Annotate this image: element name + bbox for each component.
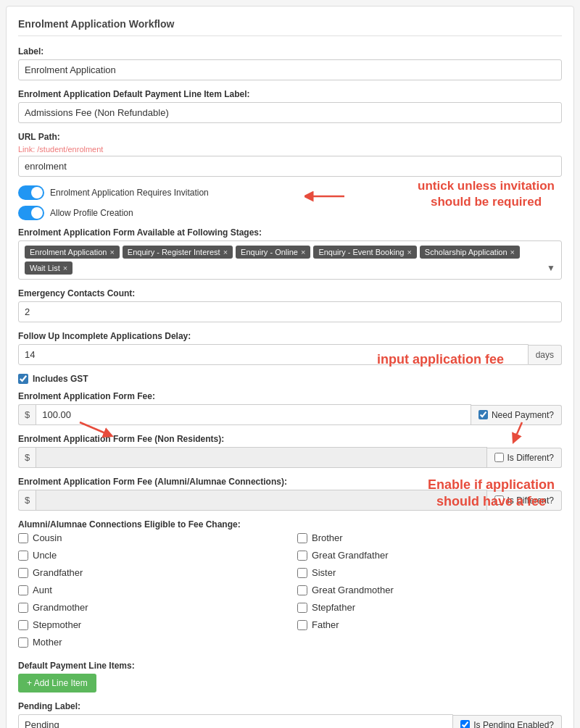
brother-checkbox[interactable]	[297, 533, 307, 543]
need-payment-label: Need Payment?	[492, 410, 554, 420]
label-group: Label:	[18, 46, 562, 80]
fee-row: $ Need Payment?	[18, 404, 562, 425]
fee-dollar-prefix: $	[18, 404, 36, 425]
emergency-contacts-input[interactable]	[18, 301, 562, 322]
cousin-label: Cousin	[33, 532, 62, 543]
uncle-checkbox[interactable]	[18, 551, 28, 561]
is-pending-enabled-btn[interactable]: Is Pending Enabled?	[453, 715, 562, 729]
fee-nonresident-input[interactable]	[36, 447, 486, 468]
add-line-item-button[interactable]: + Add Line Item	[18, 674, 96, 693]
emergency-contacts-group: Emergency Contacts Count:	[18, 288, 562, 322]
is-different-btn1[interactable]: Is Different?	[487, 448, 562, 468]
alumni-eligible-label: Alumni/Alumnae Connections Eligible to F…	[18, 519, 562, 530]
fee-nonresident-group: Enrolment Application Form Fee (Non Resi…	[18, 434, 562, 468]
checkbox-grandfather: Grandfather	[18, 567, 283, 578]
default-payment-input[interactable]	[18, 102, 562, 123]
need-payment-checkbox[interactable]	[478, 410, 488, 419]
mother-checkbox[interactable]	[18, 637, 28, 648]
alumni-eligible-group: Alumni/Alumnae Connections Eligible to F…	[18, 519, 562, 652]
sister-checkbox[interactable]	[297, 568, 307, 578]
toggle1-label: Enrolment Application Requires Invitatio…	[50, 188, 209, 198]
toggle1[interactable]	[18, 185, 44, 200]
fee-nonresident-row: $ Is Different?	[18, 447, 562, 468]
pending-label-label: Pending Label:	[18, 701, 562, 711]
need-payment-btn[interactable]: Need Payment?	[471, 405, 562, 425]
grandfather-checkbox[interactable]	[18, 568, 28, 578]
stage-remove-0[interactable]: ×	[109, 248, 114, 256]
is-different-checkbox1[interactable]	[494, 453, 504, 462]
checkbox-stepmother: Stepmother	[18, 619, 283, 630]
checkbox-stepfather: Stepfather	[297, 602, 562, 613]
uncle-label: Uncle	[33, 550, 57, 561]
aunt-label: Aunt	[33, 585, 52, 595]
toggle2-label: Allow Profile Creation	[50, 208, 133, 218]
stages-container: Enrolment Application × Enquiry - Regist…	[18, 240, 562, 280]
checkbox-father: Father	[297, 619, 562, 630]
aunt-checkbox[interactable]	[18, 585, 28, 595]
great-grandfather-checkbox[interactable]	[297, 551, 307, 561]
stage-tag-1: Enquiry - Register Interest ×	[123, 246, 233, 259]
is-pending-checkbox[interactable]	[460, 720, 470, 728]
stage-remove-1[interactable]: ×	[223, 248, 228, 256]
stage-tag-4: Scholarship Application ×	[420, 246, 520, 259]
stages-dropdown[interactable]: ▼	[547, 263, 555, 273]
fee-nonresident-label: Enrolment Application Form Fee (Non Resi…	[18, 434, 562, 444]
stage-tag-5: Wait List ×	[25, 262, 72, 275]
followup-input[interactable]	[18, 344, 529, 365]
cousin-checkbox[interactable]	[18, 533, 28, 543]
default-payment-items-group: Default Payment Line Items: + Add Line I…	[18, 661, 562, 693]
fee-alumni-prefix: $	[18, 490, 36, 511]
is-different-btn2[interactable]: Is Different?	[487, 490, 562, 511]
toggle2[interactable]	[18, 206, 44, 220]
stage-remove-3[interactable]: ×	[407, 248, 411, 256]
url-path-input[interactable]	[18, 156, 562, 177]
is-different-checkbox2[interactable]	[494, 495, 504, 505]
father-checkbox[interactable]	[297, 620, 307, 630]
stepmother-checkbox[interactable]	[18, 620, 28, 630]
alumni-checkboxes-list: Cousin Brother Uncle Great Grandfather G…	[18, 532, 562, 652]
stepfather-label: Stepfather	[312, 602, 355, 613]
great-grandmother-label: Great Grandmother	[312, 585, 394, 595]
fee-input[interactable]	[36, 404, 471, 425]
stage-tag-3: Enquiry - Event Booking ×	[313, 246, 416, 259]
toggle2-row: Allow Profile Creation	[18, 206, 562, 220]
label-input[interactable]	[18, 59, 562, 80]
includes-gst-checkbox[interactable]	[18, 374, 28, 384]
great-grandmother-checkbox[interactable]	[297, 585, 307, 595]
checkbox-grandmother: Grandmother	[18, 602, 283, 613]
url-path-label: URL Path:	[18, 132, 562, 142]
stage-tag-0: Enrolment Application ×	[25, 246, 120, 259]
includes-gst-row: Includes GST	[18, 374, 562, 384]
is-different-label2: Is Different?	[508, 495, 554, 506]
fee-alumni-input[interactable]	[36, 490, 486, 511]
checkbox-great-grandmother: Great Grandmother	[297, 585, 562, 595]
stage-remove-2[interactable]: ×	[301, 248, 305, 256]
grandmother-checkbox[interactable]	[18, 603, 28, 613]
stages-label: Enrolment Application Form Available at …	[18, 227, 562, 238]
default-payment-label: Enrolment Application Default Payment Li…	[18, 89, 562, 99]
stepfather-checkbox[interactable]	[297, 603, 307, 613]
father-label: Father	[312, 619, 339, 630]
great-grandfather-label: Great Grandfather	[312, 550, 389, 561]
grandmother-label: Grandmother	[33, 602, 88, 613]
fee-alumni-group: Enrolment Application Form Fee (Alumni/A…	[18, 477, 562, 511]
is-different-label1: Is Different?	[508, 453, 554, 463]
fee-alumni-label: Enrolment Application Form Fee (Alumni/A…	[18, 477, 562, 487]
stage-remove-4[interactable]: ×	[510, 248, 515, 256]
label-field-label: Label:	[18, 46, 562, 57]
pending-input[interactable]	[18, 714, 453, 728]
stepmother-label: Stepmother	[33, 619, 81, 630]
toggle1-row: Enrolment Application Requires Invitatio…	[18, 185, 562, 200]
page-title: Enrolment Application Workflow	[18, 18, 562, 36]
checkbox-cousin: Cousin	[18, 532, 283, 543]
mother-label: Mother	[33, 637, 62, 648]
includes-gst-section: Includes GST input application fee	[18, 374, 562, 384]
pending-row: Is Pending Enabled?	[18, 714, 562, 728]
emergency-contacts-label: Emergency Contacts Count:	[18, 288, 562, 298]
url-path-group: URL Path: Link: /student/enrolment	[18, 132, 562, 177]
fee-group: Enrolment Application Form Fee: $ Need P…	[18, 391, 562, 425]
includes-gst-label: Includes GST	[33, 374, 88, 384]
sister-label: Sister	[312, 567, 336, 578]
stage-tag-2: Enquiry - Online ×	[236, 246, 310, 259]
stage-remove-5[interactable]: ×	[63, 264, 67, 272]
